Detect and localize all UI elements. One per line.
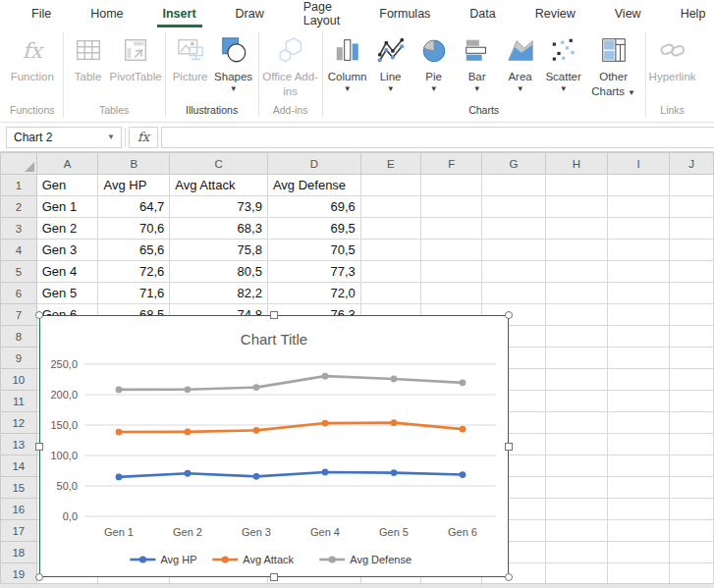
- cell-H3[interactable]: [545, 218, 607, 240]
- cell-G1[interactable]: [482, 175, 545, 196]
- cell-D2[interactable]: 69,6: [267, 196, 360, 218]
- cell-H15[interactable]: [545, 477, 607, 499]
- cell-B3[interactable]: 70,6: [98, 218, 170, 240]
- cell-J5[interactable]: [670, 261, 714, 283]
- cell-H17[interactable]: [545, 520, 607, 542]
- col-header-F[interactable]: F: [421, 153, 482, 175]
- cell-B6[interactable]: 71,6: [98, 283, 170, 304]
- cell-H9[interactable]: [545, 347, 607, 369]
- cell-J10[interactable]: [670, 369, 714, 391]
- row-header-2[interactable]: 2: [1, 196, 37, 218]
- cell-F5[interactable]: [421, 261, 482, 283]
- name-box-chevron-down-icon[interactable]: ▼: [107, 133, 121, 141]
- tab-home[interactable]: Home: [71, 0, 142, 27]
- cell-D1[interactable]: Avg Defense: [267, 175, 360, 196]
- col-header-C[interactable]: C: [170, 153, 268, 175]
- cell-J4[interactable]: [670, 240, 714, 261]
- other-charts-button[interactable]: Other Charts▼: [585, 27, 642, 99]
- cell-I16[interactable]: [608, 499, 670, 520]
- cell-J3[interactable]: [670, 218, 714, 240]
- col-header-D[interactable]: D: [267, 153, 360, 175]
- formula-input[interactable]: [161, 127, 714, 148]
- cell-J2[interactable]: [670, 196, 714, 218]
- cell-H10[interactable]: [545, 369, 607, 391]
- col-header-I[interactable]: I: [608, 153, 670, 175]
- cell-E2[interactable]: [360, 196, 420, 218]
- cell-B4[interactable]: 65,6: [98, 240, 170, 261]
- col-header-J[interactable]: J: [670, 153, 714, 175]
- row-header-6[interactable]: 6: [1, 283, 37, 304]
- cell-F1[interactable]: [421, 175, 482, 196]
- cell-I17[interactable]: [608, 520, 670, 542]
- cell-C4[interactable]: 75,8: [170, 240, 268, 261]
- cell-J18[interactable]: [670, 542, 714, 563]
- row-header-12[interactable]: 12: [1, 412, 37, 434]
- col-header-A[interactable]: A: [36, 153, 98, 175]
- cell-I12[interactable]: [608, 412, 670, 434]
- row-header-3[interactable]: 3: [1, 218, 37, 240]
- cell-J16[interactable]: [670, 499, 714, 520]
- cell-E6[interactable]: [360, 283, 420, 304]
- cell-H7[interactable]: [545, 304, 607, 326]
- cell-H14[interactable]: [545, 455, 607, 477]
- cell-D3[interactable]: 69,5: [267, 218, 360, 240]
- cell-A1[interactable]: Gen: [36, 175, 98, 196]
- tab-data[interactable]: Data: [450, 0, 515, 27]
- cell-G3[interactable]: [482, 218, 545, 240]
- cell-H13[interactable]: [545, 434, 607, 455]
- row-header-9[interactable]: 9: [1, 347, 37, 369]
- pie-button[interactable]: Pie▼: [412, 27, 456, 93]
- cell-H12[interactable]: [545, 412, 607, 434]
- cell-C5[interactable]: 80,5: [170, 261, 268, 283]
- cell-J19[interactable]: [670, 563, 714, 585]
- chart-resize-handle-bottom-left[interactable]: [35, 573, 43, 581]
- cell-H16[interactable]: [545, 499, 607, 520]
- row-header-13[interactable]: 13: [1, 434, 37, 455]
- col-header-H[interactable]: H: [545, 153, 607, 175]
- cell-D5[interactable]: 77,3: [267, 261, 360, 283]
- row-header-15[interactable]: 15: [1, 477, 37, 499]
- row-header-10[interactable]: 10: [1, 369, 37, 391]
- cell-H4[interactable]: [545, 240, 607, 261]
- cell-F3[interactable]: [421, 218, 482, 240]
- cell-G5[interactable]: [482, 261, 545, 283]
- bar-button[interactable]: Bar▼: [456, 27, 499, 93]
- chart-resize-handle-middle-right[interactable]: [505, 443, 513, 451]
- cell-I8[interactable]: [608, 326, 670, 347]
- row-header-8[interactable]: 8: [1, 326, 37, 347]
- cell-I11[interactable]: [608, 391, 670, 412]
- cell-A4[interactable]: Gen 3: [36, 240, 98, 261]
- cell-E4[interactable]: [360, 240, 420, 261]
- cell-J9[interactable]: [670, 347, 714, 369]
- row-header-17[interactable]: 17: [1, 520, 37, 542]
- cell-C3[interactable]: 68,3: [170, 218, 268, 240]
- col-header-B[interactable]: B: [98, 153, 170, 175]
- cell-I5[interactable]: [608, 261, 670, 283]
- cell-H19[interactable]: [545, 563, 607, 585]
- tab-file[interactable]: File: [12, 0, 71, 27]
- cell-F4[interactable]: [421, 240, 482, 261]
- cell-H1[interactable]: [545, 175, 607, 196]
- cell-H5[interactable]: [545, 261, 607, 283]
- cell-G6[interactable]: [482, 283, 545, 304]
- scatter-button[interactable]: Scatter▼: [542, 27, 585, 93]
- row-header-18[interactable]: 18: [1, 542, 37, 563]
- cell-F6[interactable]: [421, 283, 482, 304]
- row-header-7[interactable]: 7: [1, 304, 37, 326]
- insert-function-button[interactable]: fx: [129, 127, 158, 148]
- cell-I6[interactable]: [608, 283, 670, 304]
- cell-H11[interactable]: [545, 391, 607, 412]
- chart-resize-handle-bottom-right[interactable]: [505, 573, 513, 581]
- cell-I3[interactable]: [608, 218, 670, 240]
- cell-F2[interactable]: [421, 196, 482, 218]
- cell-J17[interactable]: [670, 520, 714, 542]
- tab-page-layout[interactable]: Page Layout: [284, 0, 360, 27]
- cell-D4[interactable]: 70,5: [267, 240, 360, 261]
- row-header-16[interactable]: 16: [1, 499, 37, 520]
- cell-C6[interactable]: 82,2: [170, 283, 268, 304]
- chart-object[interactable]: 0,050,0100,0150,0200,0250,0Gen 1Gen 2Gen…: [39, 315, 509, 577]
- chart-resize-handle-middle-left[interactable]: [35, 443, 43, 451]
- cell-I13[interactable]: [608, 434, 670, 455]
- cell-B2[interactable]: 64,7: [98, 196, 170, 218]
- cell-I9[interactable]: [608, 347, 670, 369]
